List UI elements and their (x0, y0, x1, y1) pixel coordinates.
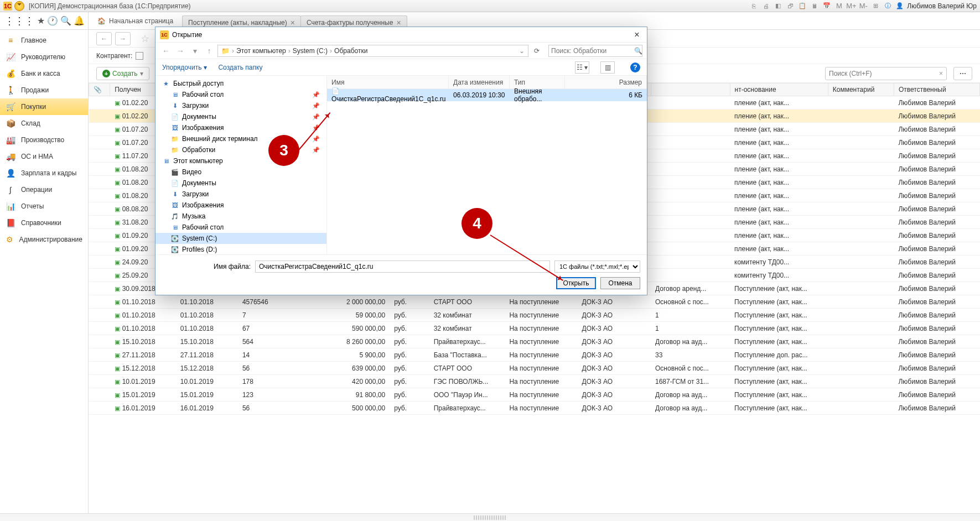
bc-item[interactable]: Обработки (334, 47, 367, 55)
dropdown-icon[interactable] (14, 1, 24, 11)
help-icon[interactable]: ? (630, 62, 640, 72)
organize-menu[interactable]: Упорядочить ▾ (162, 64, 207, 71)
col-size[interactable]: Размер (565, 76, 647, 88)
refresh-icon[interactable]: ⟳ (531, 45, 543, 57)
table-row[interactable]: ▣01.10.201801.10.201845765462 000 000,00… (89, 295, 980, 309)
dialog-search[interactable]: 🔍 (548, 45, 642, 57)
apps-grid-icon[interactable]: ⋮⋮⋮ (3, 14, 35, 28)
sidebar-item-8[interactable]: 👤Зарплата и кадры (0, 165, 88, 181)
table-row[interactable]: ▣16.01.201916.01.201956500 000,00руб.Пра… (89, 402, 980, 415)
sidebar-item-3[interactable]: 🚶Продажи (0, 82, 88, 98)
tree-item[interactable]: ⬇Загрузки📌 (155, 100, 326, 111)
close-icon[interactable]: × (396, 18, 401, 27)
col-header-base[interactable]: нт-основание (730, 84, 828, 96)
close-icon[interactable]: × (291, 18, 295, 27)
tree-item[interactable]: 📄Документы (155, 178, 326, 189)
sidebar-item-6[interactable]: 🏭Производство (0, 132, 88, 148)
sidebar-item-2[interactable]: 💰Банк и касса (0, 65, 88, 82)
open-button[interactable]: Открыть (556, 277, 596, 289)
bc-item[interactable]: System (C:) (293, 47, 328, 55)
user-icon[interactable]: 👤 (895, 1, 905, 11)
tree-item[interactable]: 🖼Изображения📌 (155, 122, 326, 133)
col-header-attach[interactable]: 📎 (89, 84, 110, 96)
nav-fwd-icon[interactable]: → (174, 45, 186, 57)
nav-up-icon[interactable]: ↑ (203, 45, 215, 57)
col-type[interactable]: Тип (510, 76, 565, 88)
col-name[interactable]: Имя (327, 76, 449, 88)
tree-item[interactable]: 🖥Рабочий стол📌 (155, 89, 326, 100)
table-row[interactable]: ▣15.10.201815.10.20185648 260 000,00руб.… (89, 335, 980, 348)
grid-search[interactable]: × (825, 67, 947, 80)
filename-input[interactable] (255, 260, 550, 273)
nav-recent-icon[interactable]: ▾ (189, 45, 201, 57)
tree-item[interactable]: 💽Profiles (D:) (155, 244, 326, 254)
sidebar-item-4[interactable]: 🛒Покупки (0, 98, 88, 115)
sidebar-item-5[interactable]: 📦Склад (0, 115, 88, 132)
table-row[interactable]: ▣15.12.201815.12.201856639 000,00руб.СТА… (89, 362, 980, 375)
clear-icon[interactable]: × (939, 70, 943, 77)
favorite-icon[interactable]: ★ (37, 14, 45, 28)
user-name[interactable]: Любимов Валерий Юр (907, 2, 977, 10)
resizer-icon[interactable] (474, 515, 507, 520)
nav-back-icon[interactable]: ← (160, 45, 172, 57)
toolbar-icon-1[interactable]: ⎘ (749, 1, 759, 11)
sidebar-item-12[interactable]: ⚙Администрирование (0, 231, 88, 248)
dialog-search-input[interactable] (551, 47, 634, 55)
tree-item[interactable]: 🎵Музыка (155, 211, 326, 222)
sidebar-item-10[interactable]: 📊Отчеты (0, 198, 88, 215)
tree-item[interactable]: 💽System (C:) (155, 233, 326, 244)
print-icon[interactable]: 🖨 (761, 1, 771, 11)
sidebar-item-0[interactable]: ≡Главное (0, 32, 88, 49)
nav-fwd-button[interactable]: → (115, 32, 131, 45)
new-folder-button[interactable]: Создать папку (218, 64, 262, 71)
view-mode-button[interactable]: ☷ ▾ (575, 61, 589, 74)
search-input[interactable] (829, 70, 939, 77)
toolbar-icon-3[interactable]: 🗗 (785, 1, 795, 11)
calendar-icon[interactable]: 📅 (822, 1, 832, 11)
tree-item[interactable]: ⬇Загрузки (155, 189, 326, 200)
tree-item[interactable]: 🖼Изображения (155, 200, 326, 211)
table-row[interactable]: ▣27.11.201827.11.2018145 900,00руб.База … (89, 348, 980, 362)
tree-item[interactable]: 🖥Рабочий стол (155, 222, 326, 233)
table-row[interactable]: ▣15.01.201915.01.201912391 800,00руб.ООО… (89, 388, 980, 402)
sidebar-item-11[interactable]: 📕Справочники (0, 215, 88, 231)
bell-icon[interactable]: 🔔 (74, 14, 85, 28)
sidebar-item-9[interactable]: ∫Операции (0, 181, 88, 198)
cancel-button[interactable]: Отмена (600, 277, 640, 289)
mem-mplus[interactable]: M+ (846, 1, 856, 11)
home-tab[interactable]: 🏠 Начальная страница (92, 17, 179, 25)
sidebar-item-1[interactable]: 📈Руководителю (0, 49, 88, 65)
dialog-close-icon[interactable]: × (631, 30, 642, 40)
file-row[interactable]: 📄ОчисткаРегистраСведений1С_q1c.ru06.03.2… (327, 89, 647, 101)
bc-item[interactable]: Этот компьютер (236, 47, 286, 55)
tree-item[interactable]: ★Быстрый доступ (155, 78, 326, 89)
tree-item[interactable]: 📄Документы📌 (155, 111, 326, 122)
preview-button[interactable]: ▥ (600, 61, 615, 74)
tree-item[interactable]: 🖥Этот компьютер (155, 155, 326, 166)
nav-back-button[interactable]: ← (96, 32, 112, 45)
more-button[interactable]: ⋯ (953, 67, 972, 80)
table-row[interactable]: ▣01.10.201801.10.201867590 000,00руб.32 … (89, 322, 980, 335)
sidebar-item-7[interactable]: 🚚ОС и НМА (0, 148, 88, 165)
mem-m[interactable]: M (834, 1, 844, 11)
tree-item[interactable]: 📁Обработки📌 (155, 144, 326, 155)
calc-icon[interactable]: 🖩 (810, 1, 820, 11)
toolbar-icon-2[interactable]: ◧ (773, 1, 783, 11)
create-button[interactable]: + Создать ▾ (96, 67, 149, 80)
history-icon[interactable]: 🕐 (47, 14, 58, 28)
mem-mminus[interactable]: M- (858, 1, 868, 11)
help-icon[interactable]: ⓘ (883, 1, 893, 11)
table-row[interactable]: ▣01.10.201801.10.2018759 000,00руб.32 ко… (89, 309, 980, 322)
toolbar-icon-4[interactable]: 📋 (797, 1, 807, 11)
search-icon[interactable]: 🔍 (60, 14, 71, 28)
filter-checkbox[interactable] (136, 52, 143, 60)
chevron-down-icon[interactable]: ⌄ (519, 47, 525, 55)
col-header-resp[interactable]: Ответственный (894, 84, 979, 96)
filetype-select[interactable]: 1С файлы (*.txt;*.mxl;*.epf;*.erf (554, 260, 640, 273)
col-header-doc[interactable] (651, 84, 730, 96)
breadcrumb[interactable]: 📁 › Этот компьютер › System (C:) › Обраб… (217, 45, 528, 57)
table-row[interactable]: ▣10.01.201910.01.2019178420 000,00руб.ГЭ… (89, 375, 980, 388)
tree-item[interactable]: 📁Внешний диск терминал📌 (155, 133, 326, 144)
col-date[interactable]: Дата изменения (449, 76, 510, 88)
col-header-comment[interactable]: Комментарий (828, 84, 894, 96)
